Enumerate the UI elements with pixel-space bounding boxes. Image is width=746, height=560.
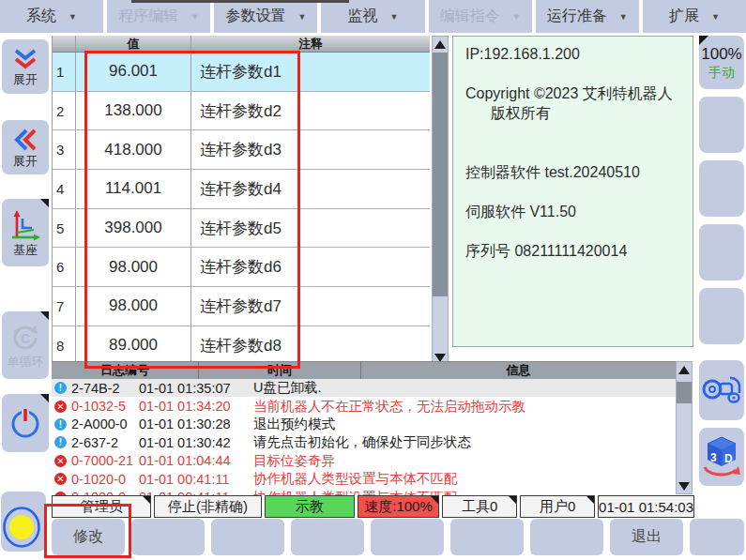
scroll-up-button[interactable] [433,37,448,52]
menu-item[interactable]: 程序编辑▼ [107,0,210,33]
view-3d-button[interactable]: 3 D [699,428,744,486]
svg-text:3: 3 [710,451,717,464]
param-comment: 连杆参数d2 [191,92,430,130]
expand-left-label: 展开 [13,154,38,168]
expand-left-button[interactable]: 展开 [2,120,49,174]
log-code: 0-1020-0 [71,472,139,487]
log-body: !2-74B-201-01 01:35:07U盘已卸载.✕0-1032-501-… [52,379,676,495]
user-role-badge[interactable]: 管理员 [52,495,151,518]
speed-badge[interactable]: 速度:100% [358,495,439,518]
param-row-number: 6 [53,248,76,286]
svg-text:D: D [724,452,733,465]
chevron-down-icon: ▼ [390,12,399,22]
param-comment: 连杆参数d7 [191,287,430,325]
expand-down-label: 展开 [13,72,38,86]
user-frame-label: 用户0 [540,498,575,516]
menu-item[interactable]: 编辑指令▼ [429,0,532,33]
power-button[interactable] [2,394,49,452]
log-row[interactable]: ✕0-1032-501-01 01:34:20当前机器人不在正常状态，无法启动拖… [52,397,676,415]
modify-button[interactable]: 修改 [52,519,125,555]
softkey-blank[interactable] [699,288,744,344]
svg-text:C: C [21,331,30,346]
log-code: 2-637-2 [71,435,139,450]
menu-item[interactable]: 系统▼ [0,0,103,33]
log-row[interactable]: !2-A000-001-01 01:30:28退出预约模式 [52,416,676,433]
drag-teach-button[interactable] [699,360,744,420]
column-header-index [53,36,76,52]
param-row[interactable]: 5398.000连杆参数d5 [53,209,430,249]
param-value: 138.000 [76,92,191,130]
menu-item[interactable]: 监视▼ [321,0,424,33]
single-cycle-button[interactable]: C 单循环 [2,311,49,379]
menu-item-label: 监视 [348,7,378,26]
softkey-blank[interactable] [371,519,444,555]
log-scroll-down-button[interactable] [677,478,692,493]
log-message: 目标位姿奇异 [253,452,676,470]
log-code: 2-A000-0 [71,416,139,431]
log-scroll-up-button[interactable] [677,362,692,377]
info-line: 序列号 08211111420014 [465,241,689,261]
param-row-number: 3 [53,130,76,169]
softkey-blank[interactable] [211,519,284,555]
softkey-blank[interactable] [690,519,744,555]
cycle-icon: C [8,322,42,354]
table-scrollbar-thumb[interactable] [433,53,448,296]
param-row[interactable]: 196.001连杆参数d1 [53,53,430,92]
menu-item[interactable]: 运行准备▼ [536,0,639,33]
softkey-blank[interactable] [699,160,744,217]
user-frame-badge[interactable]: 用户0 [520,495,595,518]
log-row[interactable]: !2-74B-201-01 01:35:07U盘已卸载. [52,379,676,397]
menu-item[interactable]: 参数设置▼ [214,0,317,33]
menu-item[interactable]: 扩展▼ [643,0,746,33]
exit-button[interactable]: 退出 [610,519,683,555]
chevron-down-icon: ▼ [69,12,77,22]
expand-down-button[interactable]: 展开 [2,39,49,94]
param-row[interactable]: 3418.000连杆参数d3 [53,130,430,170]
speed-mode-button[interactable]: 100% 手动 [699,36,744,89]
param-comment: 连杆参数d6 [191,248,430,286]
log-message: 协作机器人类型设置与本体不匹配 [253,470,676,488]
yellow-lamp-icon [2,506,43,551]
softkey-blank[interactable] [291,519,364,555]
chevron-down-icon: ▼ [297,12,306,22]
status-lamp[interactable] [2,506,43,554]
error-icon: ✕ [54,455,67,467]
softkey-blank[interactable] [699,224,744,280]
log-header-code: 日志编号 [52,362,199,379]
table-scrollbar [432,36,449,366]
log-row[interactable]: ✕0-7000-2101-01 01:04:44目标位姿奇异 [52,452,676,470]
log-message: 请先点击初始化，确保处于同步状态 [253,433,676,451]
log-message: 退出预约模式 [253,416,676,433]
log-time: 01-01 01:04:44 [139,453,233,468]
log-row[interactable]: ✕0-1020-001-01 00:41:11协作机器人类型设置与本体不匹配 [52,470,676,488]
chevron-down-icon: ▼ [619,12,628,22]
column-header-value: 值 [76,36,191,52]
log-scrollbar-thumb[interactable] [677,382,692,403]
softkey-blank[interactable] [131,519,205,555]
menu-bar: 系统▼程序编辑▼参数设置▼监视▼编辑指令▼运行准备▼扩展▼ [0,0,746,33]
chevron-down-icon: ▼ [711,12,720,22]
log-time: 01-01 00:41:11 [139,472,233,487]
param-row[interactable]: 889.000连杆参数d8 [53,326,430,366]
datetime-display: 01-01 01:54:03 [598,495,694,518]
softkey-blank[interactable] [450,519,524,555]
tool-badge[interactable]: 工具0 [442,495,517,518]
info-line [465,123,689,143]
triangle-up-icon [434,40,446,49]
softkey-blank[interactable] [699,97,744,153]
param-row-number: 4 [53,170,76,208]
log-row[interactable]: ✕0-1020-001-01 00:41:11协作机器人类型设置与本体不匹配 [52,488,676,495]
param-row[interactable]: 698.000连杆参数d6 [53,248,430,287]
param-value: 89.000 [76,326,191,365]
param-row[interactable]: 798.000连杆参数d7 [53,287,430,326]
info-line [465,221,689,241]
param-row[interactable]: 4114.001连杆参数d4 [53,170,430,209]
menu-item-label: 参数设置 [225,7,285,26]
log-code: 0-1032-5 [71,399,139,414]
log-row[interactable]: !2-637-201-01 01:30:42请先点击初始化，确保处于同步状态 [52,433,676,451]
triangle-up-icon [678,366,690,374]
base-frame-button[interactable]: 基座 [2,199,49,266]
softkey-blank[interactable] [530,519,603,555]
param-row[interactable]: 2138.000连杆参数d2 [53,92,430,131]
param-value: 98.000 [76,287,191,325]
